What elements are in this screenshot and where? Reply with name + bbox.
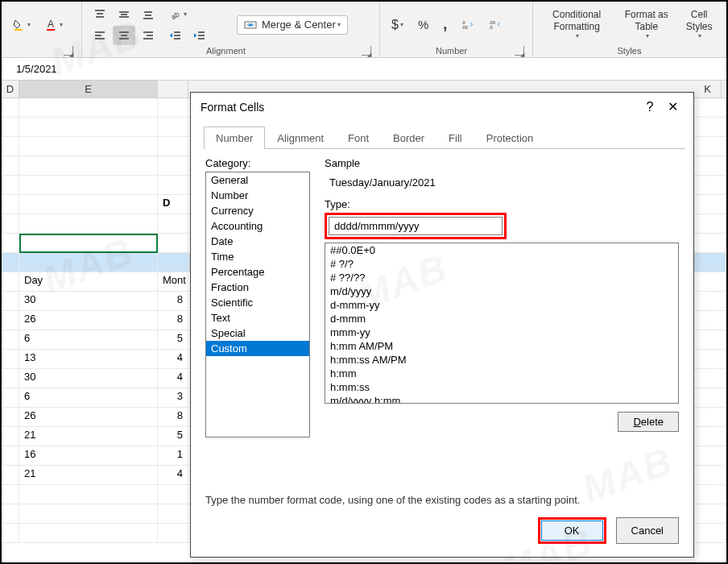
- orientation-button[interactable]: ab▾: [164, 5, 192, 24]
- tab-protection[interactable]: Protection: [474, 126, 546, 149]
- number-group-label: Number: [388, 46, 515, 56]
- format-item[interactable]: h:mm:ss AM/PM: [325, 353, 678, 367]
- format-item[interactable]: h:mm: [325, 367, 678, 380]
- col-header-e[interactable]: E: [19, 81, 158, 97]
- svg-rect-24: [174, 38, 180, 39]
- format-as-table-button[interactable]: Format as Table▾: [618, 6, 674, 43]
- format-item[interactable]: # ?/?: [325, 257, 678, 271]
- format-item[interactable]: m/d/yyyy: [325, 284, 678, 298]
- fill-color-button[interactable]: ▾: [8, 15, 35, 35]
- format-list[interactable]: ##0.0E+0 # ?/? # ??/?? m/d/yyyy d-mmm-yy…: [325, 243, 679, 404]
- accounting-format-button[interactable]: $▾: [387, 15, 408, 35]
- svg-text:.00: .00: [461, 24, 468, 29]
- type-label: Type:: [325, 198, 679, 210]
- category-item[interactable]: General: [206, 172, 309, 188]
- decrease-decimal-button[interactable]: .00.0: [484, 15, 507, 35]
- alignment-dialog-launcher[interactable]: [362, 46, 371, 56]
- delete-button[interactable]: DDeleteelete: [618, 412, 679, 432]
- font-dialog-launcher[interactable]: [64, 46, 73, 56]
- type-input[interactable]: [329, 217, 503, 235]
- tab-number[interactable]: Number: [204, 126, 265, 149]
- svg-rect-23: [174, 35, 180, 36]
- svg-rect-3: [95, 10, 105, 11]
- help-icon[interactable]: ?: [639, 100, 661, 114]
- format-item[interactable]: h:mm AM/PM: [325, 339, 678, 353]
- category-item[interactable]: Number: [206, 188, 309, 203]
- formula-bar[interactable]: [2, 58, 726, 81]
- svg-rect-6: [119, 11, 129, 13]
- format-item[interactable]: mmm-yy: [325, 326, 678, 339]
- category-item[interactable]: Date: [206, 234, 309, 249]
- tab-border[interactable]: Border: [381, 126, 436, 149]
- percent-format-button[interactable]: %: [413, 15, 433, 35]
- cell-styles-button[interactable]: Cell Styles▾: [679, 6, 719, 43]
- formula-input[interactable]: [16, 63, 177, 75]
- svg-rect-25: [198, 31, 205, 33]
- conditional-formatting-button[interactable]: Conditional Formatting▾: [540, 6, 614, 43]
- align-center-button[interactable]: [113, 26, 135, 45]
- align-middle-button[interactable]: [113, 5, 135, 24]
- format-cells-dialog: Format Cells ? ✕ Number Alignment Font B…: [190, 92, 694, 558]
- tab-fill[interactable]: Fill: [436, 126, 474, 149]
- svg-rect-10: [145, 15, 151, 16]
- format-item[interactable]: ##0.0E+0: [325, 243, 678, 257]
- align-top-button[interactable]: [89, 5, 111, 24]
- hint-text: Type the number format code, using one o…: [191, 494, 693, 506]
- col-header-f[interactable]: [158, 81, 188, 97]
- number-dialog-launcher[interactable]: [515, 46, 524, 56]
- format-item[interactable]: d-mmm: [325, 312, 678, 326]
- highlight-type-input: [325, 213, 507, 239]
- svg-rect-13: [95, 35, 101, 36]
- chevron-down-icon: ▾: [27, 21, 31, 28]
- category-item[interactable]: Scientific: [206, 295, 309, 310]
- align-right-button[interactable]: [137, 26, 159, 45]
- svg-rect-17: [119, 38, 129, 39]
- table-header-month: Mont: [158, 272, 188, 292]
- format-item[interactable]: # ??/??: [325, 271, 678, 284]
- close-icon[interactable]: ✕: [661, 99, 684, 114]
- format-item[interactable]: h:mm:ss: [325, 380, 678, 394]
- svg-rect-16: [121, 35, 127, 36]
- category-item[interactable]: Fraction: [206, 280, 309, 295]
- table-header-day: Day: [19, 272, 158, 292]
- dialog-title: Format Cells: [201, 101, 639, 114]
- decrease-indent-button[interactable]: [164, 26, 187, 45]
- active-cell[interactable]: [19, 234, 158, 253]
- category-item[interactable]: Special: [206, 326, 309, 341]
- align-bottom-button[interactable]: [137, 5, 159, 24]
- align-left-button[interactable]: [89, 26, 111, 45]
- svg-rect-27: [198, 38, 205, 39]
- font-color-button[interactable]: A ▾: [40, 15, 68, 35]
- svg-rect-2: [47, 29, 55, 31]
- increase-decimal-button[interactable]: .0.00: [457, 15, 479, 35]
- svg-rect-7: [121, 14, 127, 15]
- svg-text:ab: ab: [170, 10, 181, 20]
- col-header-d[interactable]: D: [2, 81, 19, 97]
- comma-format-button[interactable]: ,: [438, 13, 452, 36]
- sample-label: Sample: [325, 157, 679, 169]
- format-item[interactable]: m/d/yyyy h:mm: [325, 394, 678, 404]
- cell-styles-label: Cell Styles: [684, 9, 714, 32]
- category-item[interactable]: Text: [206, 310, 309, 326]
- tab-font[interactable]: Font: [336, 126, 381, 149]
- increase-indent-button[interactable]: [188, 26, 211, 45]
- svg-rect-20: [143, 38, 153, 39]
- format-as-table-label: Format as Table: [623, 9, 669, 32]
- merge-center-button[interactable]: Merge & Center ▾: [237, 15, 348, 35]
- ok-button[interactable]: OK: [541, 520, 603, 541]
- cancel-button[interactable]: Cancel: [616, 517, 679, 544]
- category-item[interactable]: Currency: [206, 203, 309, 218]
- format-item[interactable]: d-mmm-yy: [325, 298, 678, 312]
- svg-rect-11: [143, 18, 153, 19]
- conditional-formatting-label: Conditional Formatting: [544, 9, 609, 32]
- tab-alignment[interactable]: Alignment: [265, 126, 336, 149]
- category-list[interactable]: General Number Currency Accounting Date …: [205, 172, 310, 438]
- category-item[interactable]: Accounting: [206, 218, 309, 234]
- category-item-custom[interactable]: Custom: [206, 341, 309, 356]
- svg-rect-22: [174, 31, 180, 33]
- ribbon: ▾ A ▾: [2, 2, 726, 58]
- svg-rect-18: [143, 31, 153, 33]
- merge-center-label: Merge & Center: [262, 19, 336, 31]
- category-item[interactable]: Percentage: [206, 264, 309, 280]
- category-item[interactable]: Time: [206, 249, 309, 264]
